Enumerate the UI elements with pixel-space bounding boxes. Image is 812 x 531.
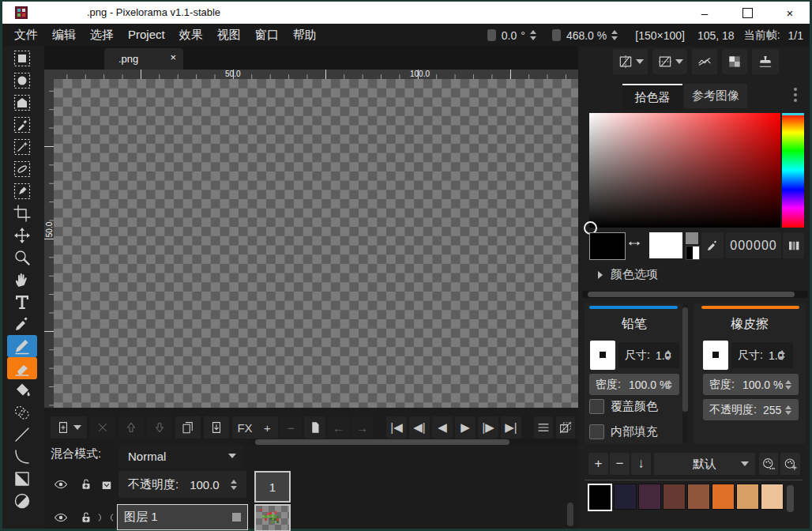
hue-slider[interactable] <box>782 113 804 228</box>
rotation-slider-handle[interactable] <box>487 29 496 41</box>
tab-reference-images[interactable]: 参考图像 <box>684 84 747 108</box>
overwrite-color-checkbox[interactable]: 覆盖颜色 <box>589 399 658 414</box>
layer-visibility-icon[interactable] <box>51 476 71 493</box>
add-color-button[interactable]: + <box>588 453 608 475</box>
merge-layer-down-button[interactable] <box>204 416 229 439</box>
eraser-opacity-slider[interactable]: 不透明度: 255 <box>703 399 799 420</box>
reset-colors-icon[interactable] <box>686 246 700 260</box>
lasso-tool[interactable] <box>7 158 37 180</box>
onion-skinning-toggle-button[interactable] <box>556 416 575 439</box>
palette-swatch[interactable] <box>761 484 784 510</box>
screen-color-picker-button[interactable] <box>701 232 724 258</box>
cel-link-icon[interactable] <box>106 509 117 526</box>
clone-frame-button[interactable] <box>304 416 325 439</box>
go-to-first-frame-button[interactable]: |◀ <box>386 416 407 439</box>
crop-tool[interactable] <box>7 202 37 224</box>
menu-file[interactable]: 文件 <box>7 28 45 43</box>
menu-project[interactable]: Project <box>121 28 172 43</box>
palette-swatch[interactable] <box>736 484 759 510</box>
vertical-mirror-button[interactable] <box>652 49 687 74</box>
sort-colors-button[interactable]: ↓ <box>631 453 651 475</box>
rotation-value[interactable]: 0.0 <box>502 29 517 42</box>
color-picker-tool[interactable] <box>7 313 37 335</box>
layer-lock-icon[interactable] <box>76 509 96 526</box>
palette-swatch[interactable] <box>712 484 735 510</box>
line-tool[interactable] <box>7 424 37 446</box>
move-tool[interactable] <box>7 224 37 247</box>
linked-cels-icon[interactable] <box>96 476 117 493</box>
pencil-size-field[interactable]: 尺寸: 1.0 <box>618 342 679 368</box>
color-options-expander[interactable]: 颜色选项 <box>598 267 658 282</box>
timeline-scrollbar[interactable] <box>249 439 578 445</box>
palette-swatch[interactable] <box>687 484 710 510</box>
pixel-perfect-button[interactable] <box>692 49 717 74</box>
saturation-value-square[interactable] <box>589 113 780 228</box>
picker-scrollbar-thumb[interactable] <box>588 292 795 297</box>
layer-opacity-field[interactable]: 不透明度: 100.0 <box>118 471 246 498</box>
delete-layer-button[interactable] <box>90 416 115 439</box>
menu-edit[interactable]: 编辑 <box>45 28 83 43</box>
palette-dropdown[interactable]: 默认 <box>654 453 755 475</box>
magic-wand-tool[interactable] <box>7 136 37 158</box>
tool-options-scrollbar-thumb[interactable] <box>682 307 688 412</box>
remove-frame-button[interactable]: − <box>280 416 302 439</box>
zoom-value[interactable]: 468.0 % <box>566 29 607 42</box>
zoom-slider-handle[interactable] <box>552 29 561 41</box>
play-forward-button[interactable]: ▶ <box>455 416 476 439</box>
add-frame-button[interactable]: + <box>257 416 278 439</box>
move-frame-left-button[interactable]: ← <box>328 416 349 439</box>
next-frame-button[interactable]: |▶ <box>478 416 498 439</box>
ink-stamp-button[interactable] <box>752 49 779 74</box>
timeline-scrollbar-thumb[interactable] <box>255 439 509 445</box>
move-layer-down-button[interactable] <box>147 416 172 439</box>
frame-button[interactable]: 1 <box>254 471 291 503</box>
close-tab-icon[interactable]: × <box>170 51 176 63</box>
palette-swatch[interactable] <box>588 484 612 511</box>
rectangle-select-tool[interactable] <box>7 47 37 70</box>
edit-palette-button[interactable] <box>759 453 778 475</box>
palette-scrollbar-thumb[interactable] <box>787 485 794 512</box>
close-button[interactable]: × <box>778 3 802 22</box>
horizontal-mirror-button[interactable] <box>613 49 648 74</box>
move-frame-right-button[interactable]: → <box>351 416 373 439</box>
primary-color-swatch[interactable] <box>589 232 626 260</box>
maximize-button[interactable] <box>735 3 759 22</box>
eraser-size-field[interactable]: 尺寸: 1.0 <box>731 342 793 368</box>
menu-select[interactable]: 选择 <box>83 28 121 43</box>
play-backwards-button[interactable]: ◀ <box>432 416 453 439</box>
ellipse-select-tool[interactable] <box>7 70 37 92</box>
bucket-tool[interactable] <box>7 379 37 401</box>
remove-color-button[interactable]: − <box>610 453 630 475</box>
previous-frame-button[interactable]: ◀| <box>409 416 430 439</box>
polygon-select-tool[interactable] <box>7 92 37 114</box>
go-to-last-frame-button[interactable]: ▶| <box>501 416 521 439</box>
pan-tool[interactable] <box>7 269 37 291</box>
canvas-tab[interactable]: .png × <box>104 48 183 70</box>
secondary-color-swatch[interactable] <box>649 232 682 258</box>
zoom-tool[interactable] <box>7 247 37 269</box>
new-palette-button[interactable] <box>780 453 800 475</box>
pencil-tool[interactable] <box>7 335 37 357</box>
menu-view[interactable]: 视图 <box>210 28 248 43</box>
zoom-spinner[interactable] <box>611 30 618 40</box>
move-layer-up-button[interactable] <box>118 416 144 439</box>
curve-tool[interactable] <box>7 446 37 468</box>
rotation-spinner[interactable] <box>530 30 536 40</box>
onion-skin-settings-button[interactable] <box>534 416 553 439</box>
pencil-density-slider[interactable]: 密度: 100.0 % <box>589 374 679 395</box>
shading-tool[interactable] <box>7 401 37 424</box>
rectangle-tool[interactable] <box>7 468 37 490</box>
default-colors-icon[interactable] <box>686 232 698 244</box>
hex-color-field[interactable]: 000000 <box>726 232 781 258</box>
blend-mode-dropdown[interactable]: Normal <box>118 445 243 467</box>
fill-inside-checkbox[interactable]: 内部填充 <box>589 424 658 439</box>
layer-lock-icon[interactable] <box>76 476 96 493</box>
layer-visibility-icon[interactable] <box>51 509 71 526</box>
cel-link-icon[interactable] <box>95 509 106 526</box>
brush-type-button[interactable] <box>703 341 728 370</box>
ellipse-tool[interactable] <box>7 490 37 512</box>
layer-opacity-spinner[interactable] <box>231 480 237 490</box>
tab-color-picker[interactable]: 拾色器 <box>622 84 682 110</box>
panel-menu-icon[interactable] <box>794 88 797 102</box>
hue-cursor[interactable] <box>782 113 804 115</box>
